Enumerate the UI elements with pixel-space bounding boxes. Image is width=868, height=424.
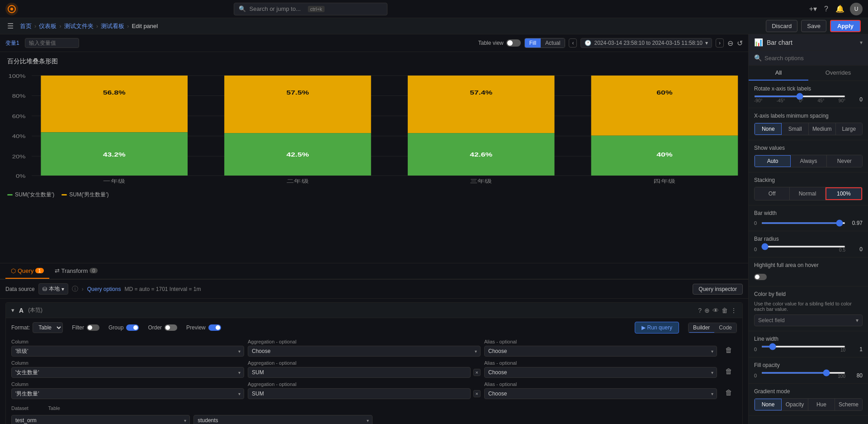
group-toggle[interactable] [126,324,139,331]
plus-button[interactable]: +▾ [807,3,819,15]
query-options-link[interactable]: Query options [87,286,121,292]
spacing-small-button[interactable]: Small [782,123,808,135]
table-view-switch[interactable] [506,39,521,47]
actual-button[interactable]: Actual [541,38,565,48]
table-select[interactable]: students [193,415,372,424]
show-values-always-button[interactable]: Always [791,155,826,167]
dataset-select[interactable]: test_orm [11,415,190,424]
show-values-never-button[interactable]: Never [827,155,862,167]
avatar[interactable]: U [850,3,863,15]
datasource-selector[interactable]: ⛁ 本地 ▾ [38,283,68,295]
gradient-scheme-button[interactable]: Scheme [835,399,862,410]
query-help-button[interactable]: ? [698,307,702,314]
line-width-value: 1 [849,346,863,353]
spacing-large-button[interactable]: Large [836,123,862,135]
column-1-select[interactable]: '班级' [11,346,244,357]
show-values-auto-button[interactable]: Auto [755,155,791,167]
menu-icon[interactable]: ☰ [7,22,14,30]
stacking-100-button[interactable]: 100% [826,187,862,200]
alias-1-select[interactable]: Choose [484,346,717,357]
time-next-button[interactable]: › [716,38,724,48]
color-by-field-select[interactable]: Select field ▾ [754,314,863,326]
query-hide-button[interactable]: 👁 [712,307,719,314]
preview-toggle[interactable] [208,324,221,331]
order-toggle[interactable] [165,324,177,331]
agg-3-select[interactable]: SUM [248,388,471,399]
datasource-label: Data source [5,286,35,292]
alias-2-select[interactable]: Choose [484,367,717,378]
tab-transform[interactable]: ⇄ Transform 0 [49,264,104,279]
query-inspector-button[interactable]: Query inspector [693,284,743,295]
spacing-medium-button[interactable]: Medium [809,123,836,135]
tab-all[interactable]: All [749,66,808,81]
breadcrumb-home[interactable]: 首页 [20,22,32,30]
time-prev-button[interactable]: ‹ [569,38,577,48]
breadcrumb-dashboard[interactable]: 测试看板 [101,22,124,30]
delete-field-3-button[interactable]: 🗑 [721,386,737,399]
line-width-slider-row: 0 10 1 [754,346,863,353]
field-row-3: Column '男生数量' Aggregation - optional SUM [6,380,742,401]
code-button[interactable]: Code [714,323,736,333]
search-icon: 🔍 [754,54,762,62]
filter-toggle[interactable] [87,324,99,331]
search-options-input[interactable] [764,55,863,62]
filter-label: Filter [72,324,84,331]
chart-type-label: Bar chart [767,39,793,46]
search-box[interactable]: 🔍 Search or jump to... ctrl+k [234,3,387,15]
tab-overrides[interactable]: Overrides [808,66,868,81]
chart-type-selector[interactable]: 📊 Bar chart ▾ [749,34,868,51]
delete-field-1-button[interactable]: 🗑 [721,344,737,357]
delete-field-2-button[interactable]: 🗑 [721,365,737,378]
collapse-icon[interactable]: ▾ [11,307,14,314]
alias-3-select-wrap: Choose [484,388,717,399]
variable-input[interactable] [25,38,79,48]
apply-button[interactable]: Apply [830,20,861,32]
variable-label: 变量1 [5,39,19,47]
breadcrumb-dashboards[interactable]: 仪表板 [39,22,57,30]
table-view-toggle[interactable]: Table view [478,39,521,47]
query-delete-button[interactable]: 🗑 [722,307,728,314]
info-button[interactable]: ⓘ [72,285,78,293]
help-icon[interactable]: ? [822,3,830,15]
rotate-mid-right-label: 45° [817,98,824,103]
save-button[interactable]: Save [801,20,826,32]
spacing-none-button[interactable]: None [755,123,782,135]
rotate-slider-labels: -90° -45° 0° 45° 90° [754,98,845,103]
svg-point-2 [10,8,13,10]
toolbar-right: Table view Fill Actual ‹ 🕐 2024-03-14 23… [478,38,743,48]
agg-1-select[interactable]: Choose [248,346,481,357]
column-2-select[interactable]: '女生数量' [11,367,244,378]
bar-width-slider-row: 0 0.97 [754,220,863,226]
fill-button[interactable]: Fill [525,38,541,48]
agg-2-label: Aggregation - optional [248,360,481,366]
stacking-off-button[interactable]: Off [755,187,790,200]
bell-icon[interactable]: 🔔 [834,3,846,15]
svg-rect-25 [408,76,555,133]
bar-width-slider[interactable] [761,222,845,224]
gradient-hue-button[interactable]: Hue [808,399,835,410]
zoom-out-button[interactable]: ⊖ [727,39,733,48]
alias-3-group: Alias - optional Choose [484,381,717,399]
fill-opacity-min-label: 0 [754,373,758,378]
gradient-opacity-button[interactable]: Opacity [782,399,808,410]
stacking-normal-button[interactable]: Normal [790,187,825,200]
query-duplicate-button[interactable]: ⊕ [704,307,710,314]
format-select[interactable]: Table [33,322,63,333]
bar-width-value: 0.97 [849,220,863,226]
tab-query[interactable]: ⬡ Query 1 [5,264,49,279]
fill-actual-toggle: Fill Actual [524,38,566,48]
discard-button[interactable]: Discard [766,20,797,32]
builder-button[interactable]: Builder [689,323,714,333]
refresh-button[interactable]: ↺ [737,39,743,48]
breadcrumb-folder[interactable]: 测试文件夹 [64,22,94,30]
gradient-none-button[interactable]: None [755,399,782,410]
gradient-label: Gradient mode [754,388,863,395]
alias-3-select[interactable]: Choose [484,388,717,399]
column-3-select[interactable]: '男生数量' [11,388,244,399]
rotate-slider[interactable] [754,95,845,97]
run-query-button[interactable]: ▶ Run query [635,322,679,333]
hover-toggle[interactable] [754,274,767,280]
time-range-picker[interactable]: 🕐 2024-03-14 23:58:10 to 2024-03-15 11:5… [580,38,712,48]
agg-2-select[interactable]: SUM [248,367,471,378]
query-more-button[interactable]: ⋮ [731,307,737,314]
